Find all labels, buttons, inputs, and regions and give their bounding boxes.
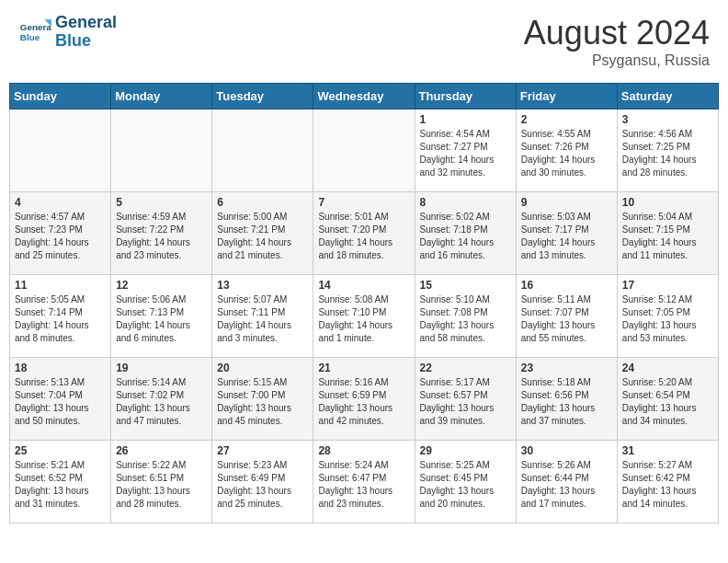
calendar-cell: 24Sunrise: 5:20 AMSunset: 6:54 PMDayligh… [617, 358, 718, 441]
day-number: 14 [318, 279, 409, 292]
calendar-cell: 29Sunrise: 5:25 AMSunset: 6:45 PMDayligh… [415, 441, 516, 523]
cell-content: Sunrise: 5:21 AMSunset: 6:52 PMDaylight:… [15, 459, 106, 511]
day-number: 21 [318, 362, 409, 374]
cell-content: Sunrise: 5:04 AMSunset: 7:15 PMDaylight:… [622, 211, 713, 262]
day-number: 7 [318, 196, 409, 209]
day-number: 2 [521, 113, 612, 126]
calendar-cell [10, 109, 111, 192]
cell-content: Sunrise: 5:13 AMSunset: 7:04 PMDaylight:… [15, 376, 106, 428]
cell-content: Sunrise: 5:15 AMSunset: 7:00 PMDaylight:… [217, 376, 308, 428]
cell-content: Sunrise: 5:23 AMSunset: 6:49 PMDaylight:… [217, 459, 308, 511]
day-number: 22 [420, 362, 511, 374]
weekday-header-tuesday: Tuesday [212, 84, 313, 109]
month-title: August 2024 [524, 14, 710, 52]
page-header: General Blue General Blue August 2024 Ps… [9, 9, 719, 74]
day-number: 25 [15, 444, 106, 457]
day-number: 20 [217, 362, 308, 374]
cell-content: Sunrise: 5:22 AMSunset: 6:51 PMDaylight:… [116, 459, 207, 511]
calendar-cell: 7Sunrise: 5:01 AMSunset: 7:20 PMDaylight… [313, 192, 415, 275]
logo: General Blue General Blue [18, 14, 117, 51]
cell-content: Sunrise: 5:03 AMSunset: 7:17 PMDaylight:… [521, 211, 612, 262]
calendar-cell: 17Sunrise: 5:12 AMSunset: 7:05 PMDayligh… [617, 275, 718, 358]
cell-content: Sunrise: 4:55 AMSunset: 7:26 PMDaylight:… [521, 128, 612, 179]
day-number: 16 [521, 279, 612, 292]
calendar-cell: 6Sunrise: 5:00 AMSunset: 7:21 PMDaylight… [212, 192, 313, 275]
logo-icon: General Blue [18, 16, 51, 49]
day-number: 31 [622, 444, 713, 457]
logo-text-general: General [55, 14, 117, 32]
day-number: 15 [420, 279, 511, 292]
cell-content: Sunrise: 5:25 AMSunset: 6:45 PMDaylight:… [420, 459, 511, 511]
day-number: 17 [622, 279, 713, 292]
cell-content: Sunrise: 5:26 AMSunset: 6:44 PMDaylight:… [521, 459, 612, 511]
cell-content: Sunrise: 5:27 AMSunset: 6:42 PMDaylight:… [622, 459, 713, 511]
cell-content: Sunrise: 5:02 AMSunset: 7:18 PMDaylight:… [420, 211, 511, 262]
day-number: 3 [622, 113, 713, 126]
weekday-header-friday: Friday [516, 84, 617, 109]
calendar-cell: 3Sunrise: 4:56 AMSunset: 7:25 PMDaylight… [617, 109, 718, 192]
calendar-cell: 4Sunrise: 4:57 AMSunset: 7:23 PMDaylight… [10, 192, 111, 275]
cell-content: Sunrise: 4:57 AMSunset: 7:23 PMDaylight:… [15, 211, 106, 262]
cell-content: Sunrise: 5:11 AMSunset: 7:07 PMDaylight:… [521, 293, 612, 345]
calendar-cell: 23Sunrise: 5:18 AMSunset: 6:56 PMDayligh… [516, 358, 617, 441]
weekday-header-saturday: Saturday [617, 84, 718, 109]
logo-text-blue: Blue [55, 32, 117, 51]
cell-content: Sunrise: 4:56 AMSunset: 7:25 PMDaylight:… [622, 128, 713, 179]
calendar-cell: 5Sunrise: 4:59 AMSunset: 7:22 PMDaylight… [111, 192, 212, 275]
calendar-cell: 27Sunrise: 5:23 AMSunset: 6:49 PMDayligh… [212, 441, 313, 523]
calendar-cell [313, 109, 415, 192]
day-number: 1 [420, 113, 511, 126]
cell-content: Sunrise: 5:05 AMSunset: 7:14 PMDaylight:… [15, 293, 106, 345]
calendar-week-row: 25Sunrise: 5:21 AMSunset: 6:52 PMDayligh… [10, 441, 719, 523]
cell-content: Sunrise: 4:54 AMSunset: 7:27 PMDaylight:… [420, 128, 511, 179]
day-number: 26 [116, 444, 207, 457]
cell-content: Sunrise: 5:24 AMSunset: 6:47 PMDaylight:… [318, 459, 409, 511]
calendar-cell [212, 109, 313, 192]
calendar-cell: 8Sunrise: 5:02 AMSunset: 7:18 PMDaylight… [415, 192, 516, 275]
day-number: 12 [116, 279, 207, 292]
cell-content: Sunrise: 5:12 AMSunset: 7:05 PMDaylight:… [622, 293, 713, 345]
day-number: 29 [420, 444, 511, 457]
day-number: 24 [622, 362, 713, 374]
calendar-week-row: 1Sunrise: 4:54 AMSunset: 7:27 PMDaylight… [10, 109, 719, 192]
location-title: Psygansu, Russia [524, 52, 710, 69]
day-number: 28 [318, 444, 409, 457]
day-number: 6 [217, 196, 308, 209]
calendar-cell: 26Sunrise: 5:22 AMSunset: 6:51 PMDayligh… [111, 441, 212, 523]
calendar-cell: 18Sunrise: 5:13 AMSunset: 7:04 PMDayligh… [10, 358, 111, 441]
cell-content: Sunrise: 5:01 AMSunset: 7:20 PMDaylight:… [318, 211, 409, 262]
calendar-cell: 9Sunrise: 5:03 AMSunset: 7:17 PMDaylight… [516, 192, 617, 275]
svg-text:Blue: Blue [20, 32, 40, 42]
cell-content: Sunrise: 5:17 AMSunset: 6:57 PMDaylight:… [420, 376, 511, 428]
calendar-cell: 31Sunrise: 5:27 AMSunset: 6:42 PMDayligh… [617, 441, 718, 523]
calendar-cell: 15Sunrise: 5:10 AMSunset: 7:08 PMDayligh… [415, 275, 516, 358]
day-number: 27 [217, 444, 308, 457]
calendar-week-row: 4Sunrise: 4:57 AMSunset: 7:23 PMDaylight… [10, 192, 719, 275]
day-number: 23 [521, 362, 612, 374]
calendar-cell [111, 109, 212, 192]
day-number: 13 [217, 279, 308, 292]
cell-content: Sunrise: 5:10 AMSunset: 7:08 PMDaylight:… [420, 293, 511, 345]
day-number: 5 [116, 196, 207, 209]
calendar-week-row: 11Sunrise: 5:05 AMSunset: 7:14 PMDayligh… [10, 275, 719, 358]
calendar-cell: 13Sunrise: 5:07 AMSunset: 7:11 PMDayligh… [212, 275, 313, 358]
day-number: 19 [116, 362, 207, 374]
calendar-cell: 25Sunrise: 5:21 AMSunset: 6:52 PMDayligh… [10, 441, 111, 523]
calendar-cell: 16Sunrise: 5:11 AMSunset: 7:07 PMDayligh… [516, 275, 617, 358]
weekday-header-sunday: Sunday [10, 84, 111, 109]
calendar-cell: 11Sunrise: 5:05 AMSunset: 7:14 PMDayligh… [10, 275, 111, 358]
weekday-header-wednesday: Wednesday [313, 84, 415, 109]
cell-content: Sunrise: 5:14 AMSunset: 7:02 PMDaylight:… [116, 376, 207, 428]
cell-content: Sunrise: 4:59 AMSunset: 7:22 PMDaylight:… [116, 211, 207, 262]
cell-content: Sunrise: 5:00 AMSunset: 7:21 PMDaylight:… [217, 211, 308, 262]
cell-content: Sunrise: 5:20 AMSunset: 6:54 PMDaylight:… [622, 376, 713, 428]
day-number: 4 [15, 196, 106, 209]
calendar-cell: 22Sunrise: 5:17 AMSunset: 6:57 PMDayligh… [415, 358, 516, 441]
cell-content: Sunrise: 5:18 AMSunset: 6:56 PMDaylight:… [521, 376, 612, 428]
day-number: 18 [15, 362, 106, 374]
calendar-cell: 14Sunrise: 5:08 AMSunset: 7:10 PMDayligh… [313, 275, 415, 358]
calendar-cell: 19Sunrise: 5:14 AMSunset: 7:02 PMDayligh… [111, 358, 212, 441]
day-number: 8 [420, 196, 511, 209]
calendar-cell: 21Sunrise: 5:16 AMSunset: 6:59 PMDayligh… [313, 358, 415, 441]
calendar-cell: 2Sunrise: 4:55 AMSunset: 7:26 PMDaylight… [516, 109, 617, 192]
